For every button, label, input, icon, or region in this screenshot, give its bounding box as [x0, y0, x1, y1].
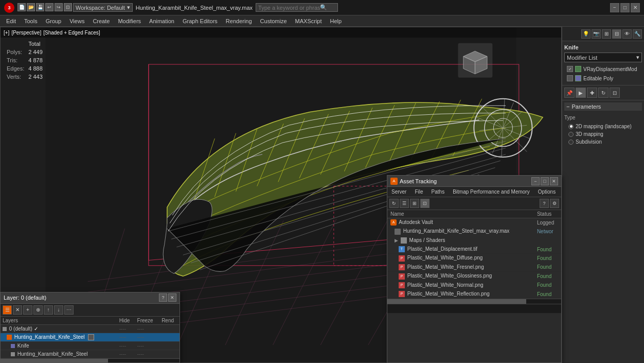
modifier-checkbox[interactable]: ✓	[567, 66, 573, 72]
asset-max-btn[interactable]: □	[541, 177, 549, 185]
modifier-icon[interactable]: ⊟	[612, 29, 621, 39]
layer-hide-hunting[interactable]: ----	[117, 333, 135, 341]
layer-row-hunting[interactable]: Hunting_Karambit_Knife_Steel ---- ----	[1, 333, 180, 341]
workspace-dropdown[interactable]: Workspace: Default ▾	[73, 3, 133, 12]
asset-row-maps[interactable]: ▶ Maps / Shaders	[387, 236, 561, 245]
layer-close-btn[interactable]: ✕	[168, 293, 176, 302]
radio-3d-btn[interactable]	[568, 132, 574, 137]
radio-2d-btn[interactable]	[568, 124, 574, 129]
close-btn[interactable]: ✕	[631, 3, 640, 12]
layer-row-knife[interactable]: Knife ---- ----	[1, 342, 180, 350]
menu-maxscript[interactable]: MAXScript	[291, 17, 326, 25]
menu-animation[interactable]: Animation	[145, 17, 178, 25]
radio-2d-mapping[interactable]: 2D mapping (landscape)	[564, 123, 642, 130]
menu-rendering[interactable]: Rendering	[222, 17, 256, 25]
layer-down-btn[interactable]: ↓	[54, 305, 63, 315]
layer-select-btn[interactable]: ☰	[3, 305, 12, 315]
asset-menu-file[interactable]: File	[410, 188, 427, 196]
minimize-btn[interactable]: −	[610, 3, 619, 12]
modifier-editable-poly[interactable]: Editable Poly	[564, 74, 642, 83]
save-btn[interactable]: 💾	[36, 3, 44, 11]
layer-rend-default[interactable]	[159, 324, 180, 333]
layer-row-knife-steel[interactable]: Hunting_Karambit_Knife_Steel ---- ----	[1, 350, 180, 358]
redo-btn[interactable]: ↪	[55, 3, 63, 11]
snap-btn[interactable]: ⊡	[64, 3, 72, 11]
open-btn[interactable]: 📂	[27, 3, 35, 11]
undo-btn[interactable]: ↩	[45, 3, 53, 11]
modifier-list-bar[interactable]: Modifier List ▾	[564, 53, 642, 62]
menu-modifiers[interactable]: Modifiers	[114, 17, 145, 25]
layer-rend-hunting[interactable]	[159, 333, 180, 341]
new-btn[interactable]: 📄	[17, 3, 26, 11]
layer-freeze-hunting[interactable]: ----	[135, 333, 160, 341]
camera-icon[interactable]: 📷	[592, 29, 601, 39]
asset-list-btn[interactable]: ☰	[400, 199, 409, 208]
layer-help-btn[interactable]: ?	[159, 293, 167, 302]
layer-add-btn[interactable]: +	[23, 305, 32, 315]
viewport-shading[interactable]: [Shaded + Edged Faces]	[43, 30, 100, 36]
rotate-tool[interactable]: ↻	[598, 88, 609, 98]
asset-min-btn[interactable]: −	[531, 177, 540, 185]
maximize-btn[interactable]: □	[620, 3, 630, 12]
layer-up-btn[interactable]: ↑	[44, 305, 53, 315]
asset-grid-btn[interactable]: ⊡	[420, 199, 430, 208]
asset-menu-server[interactable]: Server	[387, 188, 410, 196]
asset-help-btn[interactable]: ?	[540, 199, 549, 208]
asset-menu-bitmap[interactable]: Bitmap Performance and Memory	[449, 188, 534, 196]
asset-input-bar[interactable]	[387, 304, 561, 313]
asset-scrollbar[interactable]	[387, 299, 561, 304]
menu-help[interactable]: Help	[326, 17, 346, 25]
asset-menu-paths[interactable]: Paths	[427, 188, 449, 196]
asset-refresh-btn[interactable]: ↻	[389, 199, 399, 208]
asset-menu-options[interactable]: Options	[534, 188, 560, 196]
menu-graph-editors[interactable]: Graph Editors	[178, 17, 222, 25]
scale-tool[interactable]: ⊡	[610, 88, 620, 98]
utility-icon[interactable]: 🔧	[633, 29, 642, 39]
modifier-vray-displacement[interactable]: ✓ VRayDisplacementMod	[564, 64, 642, 74]
asset-row-glossiness[interactable]: P Plastic_Metal_White_Glossiness.png Fou…	[387, 272, 561, 281]
asset-detail-btn[interactable]: ⊞	[410, 199, 419, 208]
search-bar[interactable]: 🔍	[256, 3, 338, 12]
lighting-icon[interactable]: 💡	[581, 29, 591, 39]
layer-freeze-default[interactable]: ----	[135, 324, 160, 333]
layer-scrollbar[interactable]	[1, 358, 180, 362]
viewport-perspective[interactable]: [Perspective]	[11, 30, 41, 36]
layer-options-btn[interactable]: ⋯	[64, 305, 74, 315]
layer-delete-btn[interactable]: ✕	[13, 305, 22, 315]
menu-customize[interactable]: Customize	[256, 17, 291, 25]
asset-settings-btn[interactable]: ⚙	[550, 199, 559, 208]
layer-scrollbar-thumb[interactable]	[1, 359, 108, 363]
display-icon[interactable]: 👁	[622, 29, 632, 39]
layer-hide-knife[interactable]: ----	[117, 342, 135, 350]
asset-row-normal[interactable]: P Plastic_Metal_White_Normal.png Found	[387, 281, 561, 289]
menu-tools[interactable]: Tools	[20, 17, 42, 25]
viewport-bracket-plus[interactable]: [+]	[4, 30, 9, 36]
search-input[interactable]	[258, 5, 320, 11]
radio-subdiv-btn[interactable]	[568, 140, 574, 145]
layer-hide-default[interactable]: ----	[117, 324, 135, 333]
asset-row-displacement[interactable]: T Plastic_Metal_Displacement.tif Found	[387, 245, 561, 254]
pin-tool[interactable]: 📌	[564, 88, 575, 98]
asset-row-autodesk[interactable]: A Autodesk Vault Logged	[387, 218, 561, 227]
layer-rend-knife[interactable]	[159, 342, 180, 350]
hierarchy-icon[interactable]: ⊞	[602, 29, 611, 39]
layer-freeze-knife-steel[interactable]: ----	[135, 350, 160, 358]
layer-freeze-knife[interactable]: ----	[135, 342, 160, 350]
asset-row-fresnel[interactable]: P Plastic_Metal_White_Fresnel.png Found	[387, 263, 561, 271]
modifier-checkbox-poly[interactable]	[567, 75, 573, 81]
asset-row-reflection[interactable]: P Plastic_Metal_White_Reflection.png Fou…	[387, 289, 561, 298]
radio-3d-mapping[interactable]: 3D mapping	[564, 130, 642, 138]
menu-views[interactable]: Views	[65, 17, 88, 25]
asset-close-btn[interactable]: ✕	[550, 177, 558, 185]
radio-subdivision[interactable]: Subdivision	[564, 138, 642, 146]
layer-merge-btn[interactable]: ⊕	[33, 305, 43, 315]
select-tool[interactable]: ▶	[576, 88, 586, 98]
asset-row-hunting-max[interactable]: Hunting_Karambit_Knife_Steel_max_vray.ma…	[387, 227, 561, 236]
layer-row-default[interactable]: 0 (default) ✓ ---- ----	[1, 324, 180, 333]
menu-edit[interactable]: Edit	[2, 17, 20, 25]
layer-hide-knife-steel[interactable]: ----	[117, 350, 135, 358]
move-tool[interactable]: ✚	[587, 88, 597, 98]
parameters-title[interactable]: − Parameters	[564, 102, 642, 111]
asset-row-diffuse[interactable]: P Plastic_Metal_White_Diffuse.png Found	[387, 254, 561, 263]
layer-rend-knife-steel[interactable]	[159, 350, 180, 358]
